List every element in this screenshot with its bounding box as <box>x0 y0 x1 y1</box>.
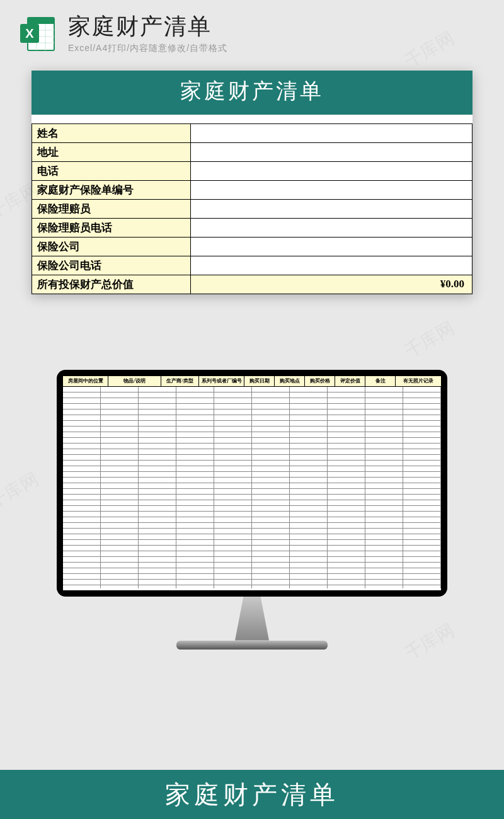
form-row-value <box>190 161 472 180</box>
form-row-label: 保险理赔员电话 <box>32 218 191 237</box>
form-row-value <box>190 180 472 199</box>
page-header: X 家庭财产清单 Excel/A4打印/内容随意修改/自带格式 <box>0 0 504 58</box>
form-row-label: 姓名 <box>32 123 191 142</box>
form-row: 地址 <box>32 142 472 161</box>
form-row-label: 保险公司电话 <box>32 256 191 275</box>
monitor-screen: 房屋间中的位置物品/说明生产商/类型系列号或者厂编号购买日期购买地点购买价格评定… <box>63 376 441 590</box>
form-row-value <box>190 218 472 237</box>
page-subtitle: Excel/A4打印/内容随意修改/自带格式 <box>68 43 485 54</box>
monitor-base <box>176 641 328 650</box>
form-row: 电话 <box>32 161 472 180</box>
spreadsheet-col-header: 备注 <box>365 376 396 387</box>
watermark: 千库网 <box>401 316 459 364</box>
spreadsheet-header-row: 房屋间中的位置物品/说明生产商/类型系列号或者厂编号购买日期购买地点购买价格评定… <box>63 376 441 387</box>
spreadsheet-col-header: 生产商/类型 <box>161 376 199 387</box>
monitor-bezel: 房屋间中的位置物品/说明生产商/类型系列号或者厂编号购买日期购买地点购买价格评定… <box>57 370 447 597</box>
spreadsheet-col-header: 物品/说明 <box>108 376 161 387</box>
form-row: 保险理赔员电话 <box>32 218 472 237</box>
monitor-mockup: 房屋间中的位置物品/说明生产商/类型系列号或者厂编号购买日期购买地点购买价格评定… <box>0 370 504 650</box>
form-row-value <box>190 256 472 275</box>
spreadsheet-col-header: 购买价格 <box>305 376 335 387</box>
form-row: 家庭财产保险单编号 <box>32 180 472 199</box>
spreadsheet-col-header: 有无照片记录 <box>396 376 441 387</box>
form-row-label: 保险公司 <box>32 237 191 256</box>
svg-rect-1 <box>28 18 54 24</box>
spreadsheet-col-header: 房屋间中的位置 <box>63 376 108 387</box>
template-preview-card: 家庭财产清单 姓名地址电话家庭财产保险单编号保险理赔员保险理赔员电话保险公司保险… <box>32 71 472 294</box>
spreadsheet-grid <box>63 387 441 588</box>
monitor-stand <box>224 597 280 641</box>
form-row-label: 保险理赔员 <box>32 199 191 218</box>
total-row: 所有投保财产总价值 ¥0.00 <box>32 275 472 294</box>
form-row-value <box>190 123 472 142</box>
total-label: 所有投保财产总价值 <box>32 275 191 294</box>
form-row-value <box>190 199 472 218</box>
form-row-label: 地址 <box>32 142 191 161</box>
form-row-label: 电话 <box>32 161 191 180</box>
spreadsheet-col-header: 系列号或者厂编号 <box>199 376 244 387</box>
svg-text:X: X <box>25 26 34 40</box>
excel-icon: X <box>19 15 57 53</box>
form-row: 姓名 <box>32 123 472 142</box>
bottom-title-bar: 家庭财产清单 <box>0 770 504 819</box>
form-row: 保险公司电话 <box>32 256 472 275</box>
spreadsheet-col-header: 评定价值 <box>335 376 365 387</box>
page-title: 家庭财产清单 <box>68 14 485 39</box>
info-form-table: 姓名地址电话家庭财产保险单编号保险理赔员保险理赔员电话保险公司保险公司电话 所有… <box>32 123 472 294</box>
spreadsheet-col-header: 购买地点 <box>275 376 305 387</box>
form-row: 保险公司 <box>32 237 472 256</box>
template-banner: 家庭财产清单 <box>32 71 472 115</box>
total-value: ¥0.00 <box>190 275 472 294</box>
spreadsheet-col-header: 购买日期 <box>244 376 275 387</box>
form-row-label: 家庭财产保险单编号 <box>32 180 191 199</box>
form-row: 保险理赔员 <box>32 199 472 218</box>
form-row-value <box>190 142 472 161</box>
form-row-value <box>190 237 472 256</box>
